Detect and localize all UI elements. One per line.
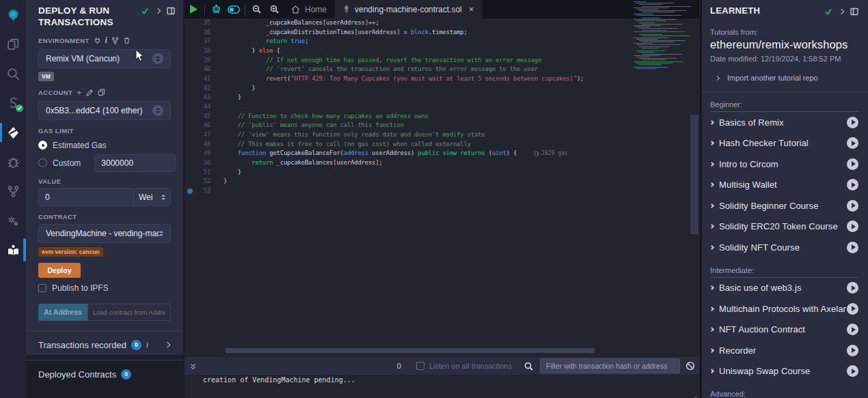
- estimated-gas-option[interactable]: Estimated Gas: [38, 138, 175, 153]
- add-account-icon[interactable]: +: [77, 88, 81, 98]
- chevron-right-icon[interactable]: [165, 342, 170, 347]
- code-line[interactable]: 40 // 'revert' cancels the transaction a…: [185, 65, 699, 74]
- code-line[interactable]: 38 } else {: [185, 46, 699, 56]
- plug-icon[interactable]: [94, 37, 101, 44]
- custom-gas-option[interactable]: Custom: [38, 156, 175, 171]
- clear-console-icon[interactable]: [686, 361, 695, 371]
- code-line[interactable]: 45 // Function to check how many cupcake…: [185, 112, 699, 122]
- tutorial-item[interactable]: Solidity Beginner Course: [710, 195, 858, 216]
- start-tutorial-button[interactable]: [847, 200, 858, 212]
- code-line[interactable]: 39 // If not enough time has passed, rev…: [185, 56, 699, 66]
- start-tutorial-button[interactable]: [847, 137, 858, 149]
- pin-panel-icon[interactable]: [167, 7, 175, 15]
- zoom-out-button[interactable]: [247, 0, 265, 18]
- value-input[interactable]: [38, 188, 134, 206]
- tab-home[interactable]: Home: [283, 0, 335, 18]
- start-tutorial-button[interactable]: [847, 282, 858, 294]
- at-address-button[interactable]: At Address: [38, 304, 87, 321]
- edit-icon[interactable]: [86, 89, 94, 96]
- code-line[interactable]: 36 _cupcakeDistributionTimes[userAddress…: [185, 28, 699, 38]
- learneth-icon[interactable]: [0, 238, 26, 261]
- tutorial-item[interactable]: Uniswap Swap Course: [710, 361, 858, 382]
- code-line[interactable]: 46 // 'public' means anyone can call thi…: [185, 121, 699, 130]
- run-script-button[interactable]: [185, 0, 202, 18]
- debugger-icon[interactable]: [0, 150, 26, 173]
- code-line[interactable]: 49 function getCupcakeBalanceFor(address…: [185, 149, 699, 158]
- start-tutorial-button[interactable]: [847, 242, 858, 253]
- tab-vending-machine-contract[interactable]: vending-machine-contract.sol ×: [335, 0, 482, 18]
- search-icon[interactable]: [0, 62, 26, 85]
- editor-horizontal-scrollbar[interactable]: [226, 348, 595, 353]
- git-icon[interactable]: [0, 180, 26, 203]
- copy-icon[interactable]: [98, 89, 105, 96]
- minimap[interactable]: [632, 1, 689, 336]
- code-line[interactable]: 53: [185, 186, 699, 196]
- code-line[interactable]: 41 revert("HTTP 429: Too Many Cupcakes (…: [185, 74, 699, 84]
- start-tutorial-button[interactable]: [847, 303, 858, 315]
- terminal-filter-input[interactable]: [540, 358, 680, 373]
- start-tutorial-button[interactable]: [847, 221, 858, 232]
- contract-select[interactable]: VendingMachine - vending-machin: [38, 224, 171, 243]
- account-select[interactable]: 0x5B3...eddC4 (100 ether): [38, 101, 171, 120]
- transactions-recorded-row[interactable]: Transactions recorded 0 i: [38, 340, 175, 350]
- custom-gas-input[interactable]: [94, 154, 176, 172]
- tutorial-item[interactable]: Multichain Protocols with Axelar: [710, 298, 858, 319]
- tutorial-item-label: Multisig Wallet: [719, 180, 777, 190]
- tutorial-item[interactable]: Multisig Wallet: [710, 175, 858, 196]
- info-icon[interactable]: i: [105, 35, 108, 46]
- code-line[interactable]: 43 }: [185, 93, 699, 102]
- environment-select[interactable]: Remix VM (Cancun): [38, 49, 171, 68]
- terminal-log[interactable]: creation of VendingMachine pending... [v…: [185, 375, 699, 398]
- settings-icon[interactable]: [0, 209, 26, 232]
- tutorial-item-label: Basics of Remix: [719, 117, 784, 128]
- start-tutorial-button[interactable]: [847, 365, 858, 377]
- publish-ipfs-option[interactable]: Publish to IPFS: [38, 283, 175, 293]
- start-tutorial-button[interactable]: [847, 324, 858, 335]
- at-address-input[interactable]: [87, 304, 171, 321]
- start-tutorial-button[interactable]: [847, 158, 858, 170]
- code-line[interactable]: 50 return _cupcakeBalances[userAddress];: [185, 158, 699, 168]
- code-line[interactable]: 48 // This makes it free to call (no gas…: [185, 140, 699, 150]
- tutorial-item[interactable]: Solidity NFT Course: [710, 237, 858, 258]
- deployed-contracts-row[interactable]: Deployed Contracts 0: [38, 369, 175, 380]
- start-tutorial-button[interactable]: [847, 179, 858, 190]
- code-area[interactable]: 35 _cupcakeBalances[userAddress]++;36 _c…: [185, 18, 699, 355]
- code-line[interactable]: 47 // 'view' means this function only re…: [185, 130, 699, 140]
- solidity-compiler-icon[interactable]: [0, 91, 26, 115]
- code-line[interactable]: 52}: [185, 177, 699, 186]
- code-line[interactable]: 35 _cupcakeBalances[userAddress]++;: [185, 18, 699, 28]
- tutorial-item[interactable]: NFT Auction Contract: [710, 319, 858, 341]
- pin-panel-icon[interactable]: [850, 8, 858, 16]
- code-line[interactable]: 37 return true;: [185, 37, 699, 46]
- start-tutorial-button[interactable]: [847, 117, 858, 128]
- import-tutorial-repo[interactable]: Import another tutorial repo: [716, 74, 858, 82]
- deploy-run-icon[interactable]: [0, 121, 26, 144]
- ai-copilot-button[interactable]: [207, 0, 225, 18]
- tutorial-item[interactable]: Hash Checker Tutorial: [710, 133, 858, 154]
- tutorial-item[interactable]: Basic use of web3.js: [710, 278, 858, 299]
- listen-all-transactions[interactable]: Listen on all transactions: [416, 362, 512, 370]
- remix-logo[interactable]: [0, 3, 26, 27]
- editor-vertical-scrollbar[interactable]: [690, 115, 699, 234]
- chevron-right-icon: [709, 203, 714, 208]
- code-line[interactable]: 42 }: [185, 84, 699, 94]
- code-line[interactable]: 44: [185, 102, 699, 112]
- tutorial-item[interactable]: Recorder: [710, 340, 858, 361]
- tutorial-item[interactable]: Intro to Circom: [710, 154, 858, 175]
- fork-icon[interactable]: [111, 37, 119, 44]
- start-tutorial-button[interactable]: [847, 345, 858, 356]
- zoom-in-button[interactable]: [265, 0, 283, 18]
- deploy-button[interactable]: Deploy: [38, 263, 81, 278]
- chevron-right-icon[interactable]: [839, 8, 844, 14]
- code-line[interactable]: 51 }: [185, 168, 699, 177]
- value-unit-select[interactable]: Wei: [134, 188, 171, 206]
- tutorial-item[interactable]: Solidity ERC20 Token Course: [710, 216, 858, 238]
- close-tab-icon[interactable]: ×: [469, 4, 474, 14]
- tutorial-item[interactable]: Basics of Remix: [710, 112, 858, 133]
- info-icon[interactable]: i: [146, 340, 148, 350]
- collapse-terminal-icon[interactable]: [191, 363, 195, 369]
- file-explorer-icon[interactable]: [0, 33, 26, 56]
- copilot-toggle[interactable]: [225, 0, 243, 18]
- chevron-right-icon[interactable]: [155, 8, 161, 14]
- trash-icon[interactable]: [123, 37, 131, 44]
